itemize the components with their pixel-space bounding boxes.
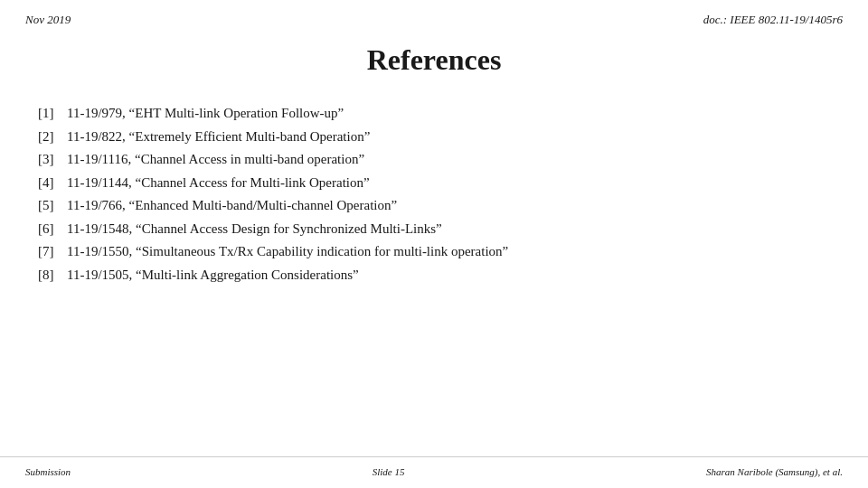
header: Nov 2019 doc.: IEEE 802.11-19/1405r6 xyxy=(0,0,868,27)
reference-item: [7]11-19/1550, “Simultaneous Tx/Rx Capab… xyxy=(38,240,830,264)
ref-text: 11-19/1505, “Multi-link Aggregation Cons… xyxy=(67,264,359,287)
ref-text: 11-19/822, “Extremely Efficient Multi-ba… xyxy=(67,126,370,149)
reference-item: [1]11-19/979, “EHT Multi-link Operation … xyxy=(38,102,830,126)
ref-label: [7] xyxy=(38,240,63,264)
ref-label: [4] xyxy=(38,172,63,195)
reference-item: [2]11-19/822, “Extremely Efficient Multi… xyxy=(38,126,830,149)
header-doc-id: doc.: IEEE 802.11-19/1405r6 xyxy=(703,13,843,27)
ref-label: [5] xyxy=(38,194,63,218)
ref-text: 11-19/1550, “Simultaneous Tx/Rx Capabili… xyxy=(67,240,508,264)
ref-label: [3] xyxy=(38,148,63,172)
reference-item: [3]11-19/1116, “Channel Access in multi-… xyxy=(38,148,830,172)
footer: Submission Slide 15 Sharan Naribole (Sam… xyxy=(0,456,868,488)
reference-item: [6]11-19/1548, “Channel Access Design fo… xyxy=(38,218,830,241)
header-date: Nov 2019 xyxy=(25,13,71,27)
reference-item: [4]11-19/1144, “Channel Access for Multi… xyxy=(38,172,830,195)
ref-text: 11-19/766, “Enhanced Multi-band/Multi-ch… xyxy=(67,194,397,218)
ref-text: 11-19/1548, “Channel Access Design for S… xyxy=(67,218,442,241)
ref-text: 11-19/1144, “Channel Access for Multi-li… xyxy=(67,172,370,195)
ref-label: [2] xyxy=(38,126,63,149)
ref-label: [8] xyxy=(38,264,63,287)
footer-author: Sharan Naribole (Samsung), et al. xyxy=(706,466,843,477)
reference-item: [5]11-19/766, “Enhanced Multi-band/Multi… xyxy=(38,194,830,218)
page-title: References xyxy=(0,43,868,77)
ref-text: 11-19/1116, “Channel Access in multi-ban… xyxy=(67,148,364,172)
reference-item: [8]11-19/1505, “Multi-link Aggregation C… xyxy=(38,264,830,287)
ref-label: [6] xyxy=(38,218,63,241)
references-content: [1]11-19/979, “EHT Multi-link Operation … xyxy=(0,102,868,456)
ref-label: [1] xyxy=(38,102,63,126)
footer-slide: Slide 15 xyxy=(373,466,405,477)
references-list: [1]11-19/979, “EHT Multi-link Operation … xyxy=(38,102,830,286)
ref-text: 11-19/979, “EHT Multi-link Operation Fol… xyxy=(67,102,344,126)
footer-submission: Submission xyxy=(25,466,71,477)
title-section: References xyxy=(0,27,868,102)
slide: Nov 2019 doc.: IEEE 802.11-19/1405r6 Ref… xyxy=(0,0,868,488)
